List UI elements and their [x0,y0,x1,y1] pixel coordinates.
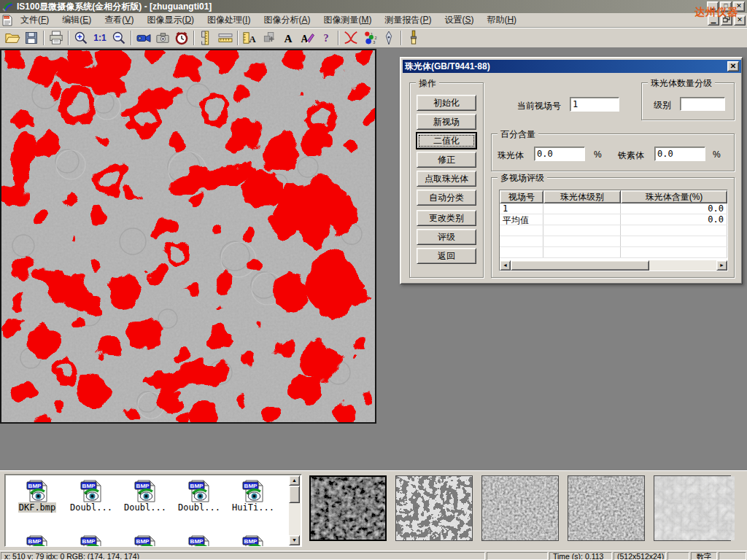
pearlite-label: 珠光体 [498,149,524,162]
zoom-out-icon[interactable] [109,29,128,47]
file-item[interactable]: DKF.bmp [11,479,63,513]
ruler-icon[interactable] [216,29,235,47]
file-item[interactable]: Doubl... [119,479,171,513]
cell-ferrite [727,203,728,214]
grade-input[interactable] [680,97,725,111]
file-item[interactable] [173,534,225,547]
file-name[interactable]: Doubl... [123,502,167,513]
brush-icon[interactable] [404,29,423,47]
current-field-input[interactable] [570,97,619,112]
pick-pearlite-button[interactable]: 点取珠光体 [417,171,476,187]
scrollbar-thumb[interactable] [511,260,649,271]
file-item[interactable]: HuiTi... [227,479,279,513]
scroll-right-icon[interactable]: ► [716,260,727,271]
table-row[interactable]: 平均值 0.0 [500,214,727,225]
curve-cut-icon[interactable] [341,29,360,47]
document-icon[interactable]: DOC [1,15,14,26]
menu-edit[interactable]: 编辑(E) [55,12,98,28]
initialize-button[interactable]: 初始化 [417,95,476,111]
correct-button[interactable]: 修正 [417,152,476,168]
svg-text:A: A [284,32,292,44]
percent-group: 百分含量 珠光体 % 铁素体 % [491,133,735,171]
menu-file[interactable]: 文件(F) [14,12,55,28]
percent-group-label: 百分含量 [498,128,538,141]
menu-image-measure[interactable]: 图像测量(M) [317,12,378,28]
app-logo-icon [2,1,14,12]
application-window: { "window": { "title": "IS100显微摄像系统(金相分析… [0,0,747,560]
grid-icon[interactable] [260,29,279,47]
menu-view[interactable]: 查看(V) [98,12,140,28]
file-item[interactable] [227,534,279,547]
col-ferrite-pct[interactable]: 铁素体含量(%) [727,190,728,203]
binarize-button[interactable]: 二值化 [417,133,476,149]
ferrite-percent-input[interactable] [654,147,705,161]
file-name[interactable]: DKF.bmp [18,502,57,513]
actual-size-icon[interactable]: 1:1 [90,29,109,47]
scrollbar-thumb[interactable] [289,486,300,503]
save-icon[interactable] [22,29,41,47]
annotate-icon[interactable]: A [298,29,317,47]
file-item[interactable] [11,534,63,547]
operation-group: 操作 初始化 新视场 二值化 修正 点取珠光体 自动分类 更改类别 评级 返回 [409,82,484,278]
file-name[interactable]: Doubl... [177,502,221,513]
table-row [500,236,727,247]
menu-image-analysis[interactable]: 图像分析(A) [257,12,317,28]
metallograph-image[interactable] [0,49,376,424]
menu-help[interactable]: 帮助(H) [480,12,523,28]
gallery-thumbnail[interactable] [654,475,731,541]
status-spacer [667,552,689,560]
new-field-button[interactable]: 新视场 [417,114,476,130]
zoom-in-icon[interactable] [71,29,90,47]
text-icon[interactable]: A [279,29,298,47]
return-button[interactable]: 返回 [417,248,476,264]
table-row [500,225,727,236]
table-row[interactable]: 1 0.0 [500,203,727,214]
gallery-thumbnail[interactable] [481,475,559,541]
clock-icon[interactable] [172,29,191,47]
scroll-left-icon[interactable]: ◄ [500,260,511,271]
file-item[interactable] [65,534,117,547]
color-markers-icon[interactable]: 123 [360,29,379,47]
scroll-up-icon[interactable]: ▲ [289,475,300,486]
table-horizontal-scrollbar[interactable]: ◄ ► [500,260,727,271]
cell-pearlite: 0.0 [621,214,727,225]
svg-text:A: A [249,34,257,44]
file-item[interactable]: Doubl... [65,479,117,513]
caliper-icon[interactable] [197,29,216,47]
rating-table-header: 视场号 珠光体级别 珠光体含量(%) 铁素体含量(%) [500,190,727,203]
gallery-thumbnail[interactable] [568,475,645,541]
menu-image-processing[interactable]: 图像处理(I) [201,12,257,28]
video-camera-icon[interactable] [134,29,153,47]
menu-measure-report[interactable]: 测量报告(P) [378,12,438,28]
col-field-number[interactable]: 视场号 [500,190,543,203]
print-icon[interactable] [47,29,66,47]
file-browser-scrollbar[interactable]: ▲ ▼ [289,475,301,545]
multi-field-group-label: 多视场评级 [498,172,547,184]
gallery-thumbnail[interactable] [309,475,387,541]
current-field-label: 当前视场号 [517,100,561,112]
gallery-thumbnail[interactable] [395,475,473,541]
col-pearlite-grade[interactable]: 珠光体级别 [543,190,621,203]
pearlite-percent-input[interactable] [534,147,585,161]
file-item[interactable]: Doubl... [173,479,225,513]
cell-field: 1 [500,203,543,214]
title-bar: IS100显微摄像系统(金相分析版) - [zhuguangti01] ▁ □ … [0,0,747,13]
help-icon[interactable]: ? [317,29,336,47]
rate-button[interactable]: 评级 [417,229,476,245]
menu-image-display[interactable]: 图像显示(D) [140,12,201,28]
file-name[interactable]: HuiTi... [231,502,275,513]
grade-group-label: 珠光体数量分级 [648,77,715,90]
file-name[interactable]: Doubl... [69,502,113,513]
menu-settings[interactable]: 设置(S) [438,12,480,28]
camera-icon[interactable] [153,29,172,47]
col-pearlite-pct[interactable]: 珠光体含量(%) [621,190,727,203]
measure-text-icon[interactable]: A [241,29,260,47]
pen-icon[interactable] [379,29,398,47]
file-item[interactable] [119,534,171,547]
scroll-down-icon[interactable]: ▼ [289,535,300,545]
dialog-title-bar: 珠光体(GB/T9441-88) ✕ [403,60,741,73]
open-folder-icon[interactable] [3,29,22,47]
dialog-close-icon[interactable]: ✕ [727,61,739,71]
auto-classify-button[interactable]: 自动分类 [417,190,476,206]
change-class-button[interactable]: 更改类别 [417,210,476,226]
